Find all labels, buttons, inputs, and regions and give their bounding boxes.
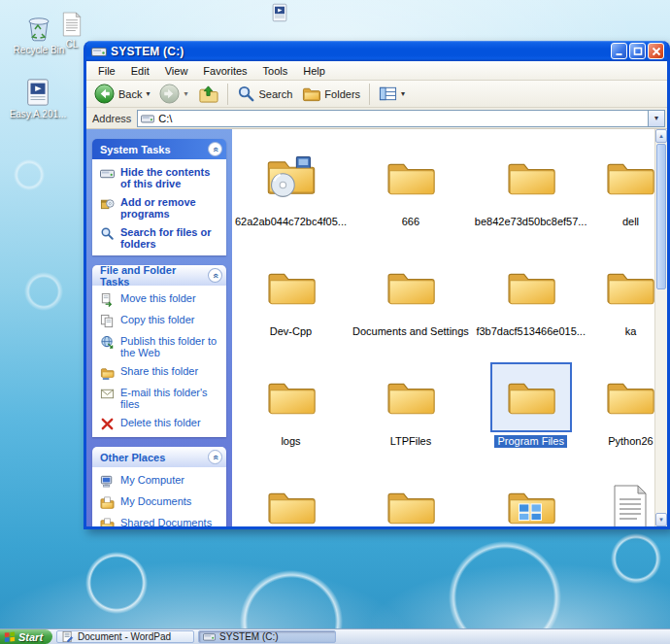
panel-other-places: Other Places « My Computer My Documents [92, 447, 226, 526]
file-item[interactable]: LTPFiles [350, 362, 472, 472]
file-item[interactable] [232, 472, 350, 526]
vertical-scrollbar[interactable]: ▲ ▼ [654, 129, 667, 526]
collapse-chevron-icon[interactable]: « [208, 450, 222, 464]
menu-help[interactable]: Help [295, 63, 333, 79]
address-bar: Address C:\ ▾ [86, 108, 667, 129]
windows-folder-icon [507, 488, 555, 526]
file-item[interactable]: 62a2ab044c72bc4f05... [232, 143, 350, 253]
folder-icon [386, 268, 435, 307]
file-label: f3b7dacf513466e015... [473, 325, 588, 338]
task-search-files[interactable]: Search for files or folders [100, 226, 222, 250]
task-button-label: SYSTEM (C:) [219, 631, 279, 642]
toolbar: Back ▾ ▾ Search Folders ▾ [86, 81, 667, 108]
link-my-computer[interactable]: My Computer [100, 474, 222, 489]
folders-button[interactable]: Folders [298, 83, 364, 105]
folder-icon [386, 158, 435, 197]
search-button[interactable]: Search [233, 83, 297, 105]
panel-header-file-tasks[interactable]: File and Folder Tasks « [92, 265, 226, 286]
menu-tools[interactable]: Tools [255, 63, 296, 79]
views-dropdown-icon[interactable]: ▾ [401, 89, 405, 98]
media-file-icon [270, 3, 289, 22]
task-move-folder[interactable]: Move this folder [100, 292, 222, 307]
search-icon [100, 226, 115, 241]
panel-file-folder-tasks: File and Folder Tasks « Move this folder… [92, 265, 226, 437]
delete-icon [100, 417, 115, 431]
title-bar[interactable]: SYSTEM (C:) [86, 41, 667, 61]
maximize-button[interactable] [629, 43, 646, 59]
file-item-selected[interactable]: Program Files [472, 362, 590, 472]
task-label: Share this folder [120, 365, 198, 377]
task-add-remove-programs[interactable]: Add or remove programs [100, 196, 222, 220]
toolbar-separator [227, 84, 228, 105]
minimize-button[interactable] [611, 43, 627, 59]
file-item[interactable] [472, 472, 590, 526]
menu-file[interactable]: File [90, 63, 123, 79]
file-item[interactable]: 666 [350, 143, 472, 253]
link-shared-documents[interactable]: Shared Documents [100, 517, 222, 526]
menu-favorites[interactable]: Favorites [195, 63, 254, 79]
menu-view[interactable]: View [157, 63, 196, 79]
up-button[interactable] [194, 82, 222, 106]
panel-header-system-tasks[interactable]: System Tasks « [92, 139, 226, 159]
file-icon [60, 12, 84, 37]
task-hide-contents[interactable]: Hide the contents of this drive [100, 166, 222, 189]
panel-header-other-places[interactable]: Other Places « [92, 447, 226, 467]
folders-icon [302, 85, 320, 103]
file-label: LTPFiles [387, 435, 435, 448]
back-dropdown-icon[interactable]: ▾ [146, 89, 150, 98]
file-item[interactable]: logs [232, 362, 350, 472]
search-label: Search [259, 88, 293, 100]
copy-icon [100, 314, 115, 328]
minimize-icon [615, 47, 624, 56]
scroll-up-button[interactable]: ▲ [655, 129, 667, 143]
forward-dropdown-icon[interactable]: ▾ [184, 89, 187, 98]
search-icon [237, 85, 255, 103]
task-publish-folder[interactable]: Publish this folder to the Web [100, 335, 222, 358]
address-value: C:\ [158, 113, 172, 124]
file-label: 666 [399, 216, 422, 228]
folders-label: Folders [324, 88, 360, 100]
file-item[interactable]: f3b7dacf513466e015... [472, 253, 590, 362]
file-label: dell [620, 216, 642, 228]
window-title: SYSTEM (C:) [111, 45, 607, 58]
task-share-folder[interactable]: Share this folder [100, 365, 222, 380]
desktop: Recycle Bin CL Easy.A.201... SYSTEM (C:) [0, 0, 670, 644]
collapse-chevron-icon[interactable]: « [208, 142, 222, 156]
file-item[interactable]: be842e73d50bc8ef57... [472, 143, 590, 253]
folder-icon [606, 268, 654, 307]
collapse-chevron-icon[interactable]: « [208, 268, 222, 283]
desktop-icon-easy[interactable]: Easy.A.201... [6, 78, 70, 119]
task-copy-folder[interactable]: Copy this folder [100, 314, 222, 328]
task-label: Add or remove programs [120, 196, 222, 220]
file-item[interactable]: Dev-Cpp [232, 253, 350, 362]
back-button[interactable]: Back ▾ [90, 82, 153, 106]
forward-button[interactable]: ▾ [155, 82, 191, 106]
task-email-files[interactable]: E-mail this folder's files [100, 387, 222, 410]
file-item[interactable]: Documents and Settings [350, 253, 472, 362]
task-button-label: Document - WordPad [78, 631, 171, 642]
taskbar-task-system-c[interactable]: SYSTEM (C:) [198, 630, 336, 643]
close-button[interactable] [648, 43, 664, 59]
link-my-documents[interactable]: My Documents [100, 495, 222, 510]
folder-icon [507, 268, 555, 307]
scroll-down-button[interactable]: ▼ [655, 513, 667, 526]
file-label: Python26 [605, 435, 655, 448]
task-label: Delete this folder [120, 417, 201, 428]
desktop-icon-hidden[interactable] [268, 3, 291, 22]
taskbar-task-wordpad[interactable]: Document - WordPad [56, 630, 194, 643]
file-item[interactable] [350, 472, 472, 526]
views-button[interactable]: ▾ [375, 83, 409, 105]
task-delete-folder[interactable]: Delete this folder [100, 417, 222, 431]
menu-edit[interactable]: Edit [123, 63, 157, 79]
folder-icon [386, 378, 435, 417]
publish-web-icon [100, 335, 115, 350]
folder-up-icon [198, 84, 218, 104]
address-dropdown-button[interactable]: ▾ [648, 111, 664, 126]
window-body: System Tasks « Hide the contents of this… [86, 129, 667, 526]
scrollbar-thumb[interactable] [656, 144, 666, 289]
start-button[interactable]: Start [0, 629, 52, 644]
document-icon [611, 484, 650, 526]
toolbar-separator [369, 84, 370, 105]
drive-icon [91, 44, 107, 59]
address-input[interactable]: C:\ ▾ [137, 110, 665, 127]
